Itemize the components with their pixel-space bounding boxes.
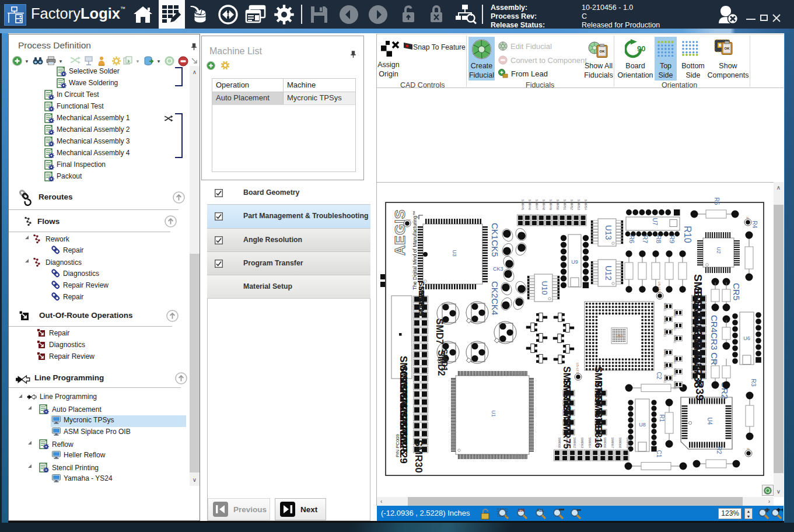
- svg-text:U12: U12: [604, 265, 613, 281]
- svg-text:R6: R6: [628, 235, 635, 243]
- svg-text:SMR66: SMR66: [603, 438, 607, 448]
- svg-text:SMR49: SMR49: [549, 200, 552, 210]
- svg-text:CK1CK5: CK1CK5: [490, 223, 500, 257]
- svg-text:SMR68: SMR68: [618, 438, 622, 448]
- svg-text:R7: R7: [642, 235, 649, 243]
- svg-text:SMR62: SMR62: [573, 438, 576, 448]
- svg-text:SMR50: SMR50: [556, 200, 559, 210]
- svg-text:SMR47: SMR47: [535, 200, 538, 210]
- svg-text:SMR51: SMR51: [563, 200, 566, 210]
- svg-text:U13: U13: [604, 225, 613, 240]
- svg-text:SMR11: SMR11: [673, 355, 676, 364]
- svg-text:SMR11: SMR11: [663, 316, 666, 324]
- svg-text:SMR11: SMR11: [663, 328, 666, 337]
- svg-text:CK2CK4: CK2CK4: [490, 281, 500, 315]
- svg-text:OK: OK: [725, 47, 730, 50]
- svg-text:ALL: ALL: [537, 508, 545, 512]
- svg-text:SMR11: SMR11: [663, 374, 666, 383]
- svg-text:SMR46: SMR46: [528, 200, 531, 210]
- svg-text:U3: U3: [452, 250, 457, 257]
- svg-text:SMR64: SMR64: [588, 438, 592, 448]
- svg-text:SMR52: SMR52: [570, 200, 573, 210]
- svg-text:U10: U10: [540, 281, 549, 295]
- svg-text:SMR45: SMR45: [521, 200, 524, 210]
- svg-text:U1: U1: [491, 410, 496, 417]
- svg-text:U4: U4: [706, 418, 713, 425]
- svg-text:R8: R8: [655, 235, 662, 243]
- svg-text:SMD9: SMD9: [417, 295, 426, 316]
- svg-text:SMR11: SMR11: [673, 335, 676, 344]
- svg-text:SMR11: SMR11: [663, 349, 666, 358]
- svg-text:R4: R4: [751, 221, 758, 229]
- svg-text:C2: C2: [656, 372, 662, 380]
- svg-text:OK: OK: [600, 50, 606, 53]
- svg-text:SMR11: SMR11: [673, 322, 676, 331]
- svg-text:SMR11: SMR11: [673, 381, 676, 390]
- svg-text:SMR11: SMR11: [663, 362, 666, 370]
- svg-text:SMR63: SMR63: [580, 438, 584, 448]
- svg-text:R10: R10: [683, 226, 692, 243]
- svg-text:SMR11: SMR11: [673, 368, 676, 377]
- svg-text:U7: U7: [652, 218, 658, 226]
- svg-text:P/N PC009: P/N PC009: [395, 433, 400, 457]
- svg-text:R9: R9: [669, 235, 676, 243]
- svg-text:SMR60: SMR60: [558, 438, 561, 448]
- svg-text:CR4CR3 CR1: CR4CR3 CR1: [709, 315, 719, 370]
- svg-text:U9: U9: [571, 259, 578, 265]
- svg-text:R3: R3: [750, 379, 757, 387]
- svg-text:SMD1: SMD1: [440, 349, 449, 372]
- svg-text:U2: U2: [716, 247, 722, 254]
- svg-text:SMR11: SMR11: [673, 309, 676, 318]
- svg-text:SMR69: SMR69: [626, 438, 629, 448]
- svg-text:C1: C1: [656, 450, 662, 458]
- svg-text:SMR53: SMR53: [577, 200, 580, 210]
- svg-text:AEGIS: AEGIS: [392, 209, 408, 256]
- svg-text:SMR30: SMR30: [413, 440, 424, 473]
- svg-text:U5-LF1: U5-LF1: [576, 363, 579, 373]
- svg-text:R1: R1: [659, 415, 665, 422]
- svg-text:U8: U8: [639, 422, 646, 428]
- svg-text:SMR67: SMR67: [611, 438, 614, 448]
- svg-text:U6: U6: [743, 335, 750, 341]
- svg-text:SMD7: SMD7: [435, 318, 445, 345]
- svg-text:100: 100: [518, 508, 525, 512]
- svg-text:SMR75: SMR75: [562, 418, 572, 449]
- svg-text:SMB316: SMB316: [593, 412, 603, 448]
- svg-text:U5A: U5A: [616, 334, 623, 338]
- svg-text:SMR48: SMR48: [542, 200, 545, 210]
- svg-text:SMR11: SMR11: [663, 303, 666, 312]
- svg-text:R39: R39: [694, 380, 706, 401]
- svg-text:CR5: CR5: [732, 283, 741, 300]
- svg-text:R5: R5: [713, 198, 720, 205]
- svg-text:CK3: CK3: [493, 266, 503, 272]
- svg-text:U5-LF3: U5-LF3: [657, 282, 661, 292]
- svg-text:SMR54: SMR54: [584, 200, 587, 210]
- svg-text:R2: R2: [716, 447, 722, 454]
- svg-text:The Digital Mind of Manufactur: The Digital Mind of Manufacturing™: [412, 211, 418, 290]
- svg-text:90: 90: [637, 44, 645, 53]
